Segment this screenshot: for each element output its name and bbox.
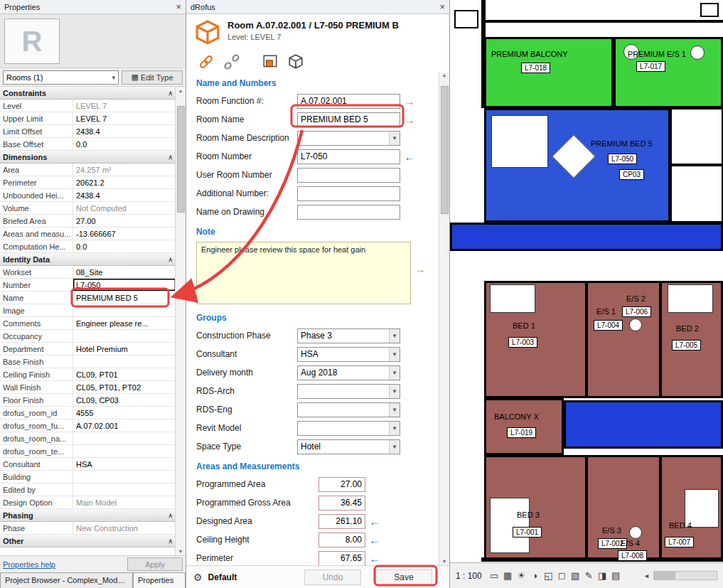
property-value[interactable] bbox=[73, 432, 176, 444]
crop-view-icon[interactable]: ◱ bbox=[542, 570, 555, 581]
scrollbar-thumb[interactable] bbox=[177, 106, 185, 213]
type-thumbnail[interactable]: R bbox=[4, 18, 60, 64]
room-tag[interactable]: L7-019 bbox=[507, 427, 536, 438]
section-header-dimensions[interactable]: Dimensions∧ bbox=[0, 151, 176, 164]
properties-scrollbar[interactable]: ▲ ▼ bbox=[175, 87, 186, 555]
room-tag[interactable]: L7-006 bbox=[622, 306, 651, 317]
room-tag[interactable]: CP03 bbox=[619, 169, 644, 180]
property-value[interactable]: 2438.4 bbox=[73, 125, 176, 137]
pull-from-model-icon[interactable]: ← bbox=[365, 515, 384, 528]
field-input-ceiling-height[interactable]: 8.00 bbox=[318, 533, 365, 547]
room-tag[interactable]: L7-008 bbox=[618, 550, 647, 561]
property-value[interactable] bbox=[73, 445, 176, 457]
property-value[interactable]: L7-050 bbox=[73, 279, 176, 291]
pull-from-model-icon[interactable]: ← bbox=[365, 534, 384, 546]
room-cube-icon[interactable] bbox=[287, 53, 304, 70]
reveal-hidden-icon[interactable]: ✎ bbox=[583, 570, 595, 581]
hide-crop-icon[interactable]: ◻ bbox=[556, 570, 568, 581]
property-value[interactable]: HSA bbox=[73, 458, 176, 470]
fine-detail-icon[interactable]: ▦ bbox=[502, 570, 514, 581]
gear-icon[interactable]: ⚙ bbox=[193, 572, 203, 583]
field-select-delivery-month[interactable]: Aug 2018▾ bbox=[297, 365, 400, 380]
property-value[interactable]: PREMIUM BED 5 bbox=[73, 292, 176, 304]
property-value[interactable]: Hotel Premium bbox=[73, 343, 176, 355]
property-value[interactable]: 0.0 bbox=[73, 138, 176, 150]
type-selector-dropdown[interactable]: Rooms (1) ▾ bbox=[3, 70, 119, 85]
field-input-programmed-area[interactable]: 27.00 bbox=[318, 477, 365, 492]
property-value[interactable]: CL09, CP03 bbox=[73, 394, 176, 406]
field-input-designed-area[interactable]: 261.10 bbox=[318, 514, 365, 529]
broken-link-icon[interactable] bbox=[223, 53, 240, 70]
horizontal-scrollbar[interactable] bbox=[653, 571, 717, 580]
scroll-up-icon[interactable]: ▲ bbox=[178, 88, 183, 93]
field-input-additional-number[interactable] bbox=[297, 186, 400, 201]
property-value[interactable]: Main Model bbox=[73, 496, 176, 508]
save-button[interactable]: Save bbox=[375, 570, 432, 585]
field-input-name-on-drawing[interactable] bbox=[297, 205, 400, 220]
close-icon[interactable]: × bbox=[439, 2, 445, 11]
edit-type-button[interactable]: ▦ Edit Type bbox=[122, 70, 183, 85]
scroll-left-icon[interactable]: ◄ bbox=[643, 572, 650, 579]
property-value[interactable]: 08_Site bbox=[73, 266, 176, 278]
room-tag[interactable]: L7-007 bbox=[665, 537, 694, 547]
view-properties-icon[interactable]: ▤ bbox=[610, 570, 622, 581]
push-panel-icon[interactable] bbox=[262, 53, 279, 70]
note-textarea[interactable]: Engineer please review this space for he… bbox=[196, 242, 411, 304]
scroll-down-icon[interactable]: ▼ bbox=[178, 549, 183, 554]
field-select-consultant[interactable]: HSA▾ bbox=[297, 347, 400, 362]
property-value[interactable]: 20621.2 bbox=[73, 176, 176, 188]
pull-from-model-icon[interactable]: ← bbox=[400, 151, 419, 163]
collapse-icon[interactable]: ∧ bbox=[168, 512, 173, 519]
collapse-icon[interactable]: ∧ bbox=[168, 154, 173, 161]
room-tag[interactable]: L7-004 bbox=[594, 320, 623, 331]
drofus-scrollbar[interactable]: ▲ ▼ bbox=[439, 73, 449, 565]
section-header-identity-data[interactable]: Identity Data∧ bbox=[0, 253, 176, 266]
field-input-perimeter[interactable]: 67.65 bbox=[318, 551, 365, 566]
section-header-phasing[interactable]: Phasing∧ bbox=[0, 509, 176, 522]
room-tag[interactable]: L7-003 bbox=[508, 337, 537, 348]
sun-path-icon[interactable]: ☀ bbox=[515, 570, 527, 581]
field-select-room-name-description[interactable]: ▾ bbox=[297, 131, 400, 146]
property-value[interactable]: Engineer please re... bbox=[73, 317, 176, 329]
property-value[interactable]: 24.257 m² bbox=[73, 164, 176, 176]
push-to-drofus-icon[interactable]: → bbox=[411, 263, 429, 275]
temporary-hide-icon[interactable]: ▧ bbox=[569, 570, 582, 581]
field-select-revit-model[interactable]: ▾ bbox=[297, 421, 400, 436]
view-scale[interactable]: 1 : 100 bbox=[456, 571, 482, 581]
property-value[interactable]: A.07.02.001 bbox=[73, 419, 176, 432]
properties-titlebar[interactable]: Properties × bbox=[0, 0, 186, 14]
field-select-construction-phase[interactable]: Phase 3▾ bbox=[297, 328, 400, 343]
collapse-icon[interactable]: ∧ bbox=[168, 256, 173, 263]
room-tag[interactable]: L7-001 bbox=[513, 527, 542, 538]
field-input-programmed-gross-area[interactable]: 36.45 bbox=[318, 496, 365, 511]
undo-button[interactable]: Undo bbox=[304, 570, 361, 585]
pull-from-model-icon[interactable]: ← bbox=[365, 552, 384, 565]
push-to-drofus-icon[interactable]: → bbox=[400, 114, 419, 126]
scrollbar-thumb[interactable] bbox=[654, 572, 675, 579]
properties-help-link[interactable]: Properties help bbox=[3, 560, 55, 569]
property-value[interactable]: CL09, PT01 bbox=[73, 368, 176, 380]
property-value[interactable]: 4555 bbox=[73, 407, 176, 419]
room-tag[interactable]: L7-005 bbox=[672, 340, 701, 351]
crop-region-icon[interactable]: ▭ bbox=[488, 570, 500, 581]
push-to-drofus-icon[interactable]: → bbox=[400, 95, 419, 107]
worksharing-display-icon[interactable]: ◨ bbox=[596, 570, 609, 581]
apply-button[interactable]: Apply bbox=[127, 557, 183, 571]
scroll-down-icon[interactable]: ▼ bbox=[442, 559, 447, 564]
property-value[interactable]: CL05, PT01, PT02 bbox=[73, 381, 176, 393]
property-value[interactable]: 0.0 bbox=[73, 240, 176, 252]
field-select-rds-arch[interactable]: ▾ bbox=[297, 384, 400, 399]
scroll-up-icon[interactable]: ▲ bbox=[442, 73, 447, 77]
room-tag[interactable]: L7-017 bbox=[636, 61, 665, 72]
right-blue-strip[interactable] bbox=[564, 400, 723, 449]
close-icon[interactable]: × bbox=[176, 2, 181, 11]
scrollbar-thumb[interactable] bbox=[441, 86, 449, 214]
room-tag[interactable]: L7-050 bbox=[608, 154, 637, 164]
corridor-strip[interactable] bbox=[450, 223, 723, 251]
property-value[interactable] bbox=[73, 471, 176, 483]
room-tag[interactable]: L7-018 bbox=[521, 63, 550, 73]
tab-project-browser[interactable]: Project Browser - Complex_Mode... bbox=[0, 572, 133, 588]
shadows-icon[interactable]: ◑ bbox=[529, 570, 541, 581]
plan-canvas[interactable]: PREMIUM BALCONYL7-018PREMIUM E/S 1L7-017… bbox=[450, 0, 723, 562]
property-value[interactable] bbox=[73, 483, 176, 496]
